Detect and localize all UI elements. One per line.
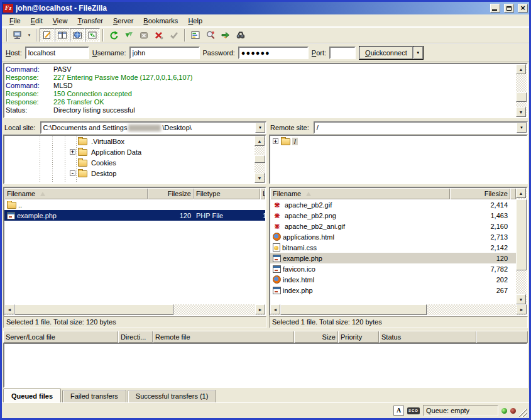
local-tree-scrollbar[interactable]: ▲ ▼ (255, 136, 265, 183)
synchronized-browsing-button[interactable] (218, 28, 233, 42)
toggle-remote-tree-button[interactable] (70, 28, 85, 42)
filezilla-window: Fz john@localhost - FileZilla × File Edi… (0, 0, 531, 420)
abort-button[interactable] (167, 28, 182, 42)
menu-file[interactable]: File (4, 15, 26, 26)
tab-queued-files[interactable]: Queued files (3, 389, 61, 402)
file-row[interactable]: bitnami.css2,142 (270, 242, 516, 253)
queue-column-size[interactable]: Size (294, 331, 338, 343)
close-button[interactable]: × (518, 4, 528, 13)
local-column-filename[interactable]: Filename (4, 188, 148, 199)
host-label: Host: (6, 49, 22, 57)
scroll-left-icon[interactable]: ◄ (4, 304, 14, 314)
tab-successful-transfers[interactable]: Successful transfers (1) (128, 390, 217, 402)
file-row[interactable]: apache_pb2_ani.gif2,160 (270, 221, 516, 231)
tab-failed-transfers[interactable]: Failed transfers (62, 390, 126, 402)
scroll-down-icon[interactable]: ▼ (516, 107, 526, 117)
quickconnect-button[interactable]: Quickconnect (359, 47, 413, 59)
remote-site-dropdown-icon[interactable]: ▼ (517, 123, 527, 133)
toggle-transfer-queue-button[interactable] (85, 28, 100, 42)
file-row-example-php[interactable]: example.php120 (270, 253, 516, 263)
local-list-hscrollbar[interactable]: ◄ ► (4, 304, 265, 315)
queue-list[interactable] (3, 343, 528, 388)
site-manager-button[interactable] (10, 28, 25, 42)
queue-column-priority[interactable]: Priority (338, 331, 379, 343)
file-row[interactable]: apache_pb2.gif2,414 (270, 199, 516, 210)
tree-item-virtualbox[interactable]: .VirtualBox (4, 136, 255, 146)
refresh-button[interactable] (106, 28, 121, 42)
minimize-icon (492, 9, 497, 11)
local-site-combo[interactable]: C:\Documents and Settings\Desktop\ ▼ (40, 121, 266, 134)
menu-help[interactable]: Help (183, 15, 207, 26)
tree-item-root[interactable]: + / (270, 136, 527, 146)
local-column-filetype[interactable]: Filetype (194, 188, 260, 199)
scroll-up-icon[interactable]: ▲ (255, 136, 265, 146)
local-column-lastmodified[interactable]: L (260, 188, 265, 199)
disconnect-button[interactable] (151, 28, 167, 42)
local-column-filesize[interactable]: Filesize (148, 188, 194, 199)
file-row[interactable]: apache_pb2.png1,463 (270, 210, 516, 221)
tree-item-cookies[interactable]: Cookies (4, 157, 255, 168)
toolbar: ▼ (2, 27, 529, 43)
minimize-button[interactable] (490, 4, 500, 13)
html-file-icon (273, 275, 281, 284)
data-type-indicator-icon[interactable]: A (393, 406, 404, 416)
scroll-down-icon[interactable]: ▼ (516, 294, 526, 304)
local-site-dropdown-icon[interactable]: ▼ (255, 123, 265, 133)
scroll-right-icon[interactable]: ► (517, 304, 527, 314)
tree-item-application-data[interactable]: +Application Data (4, 146, 255, 157)
queue-header: Server/Local file Directi... Remote file… (3, 331, 528, 343)
queue-status-text: Queue: empty (423, 405, 498, 416)
speed-limit-indicator-icon[interactable]: SCO (407, 407, 420, 414)
find-files-button[interactable] (233, 28, 248, 42)
expand-icon[interactable]: + (70, 149, 75, 155)
tree-item-desktop[interactable]: -Desktop (4, 168, 255, 179)
file-row[interactable]: index.php267 (270, 285, 516, 296)
close-icon: × (520, 5, 525, 11)
file-row[interactable]: applications.html2,713 (270, 231, 516, 242)
maximize-button[interactable] (504, 4, 514, 13)
remote-site-combo[interactable]: / ▼ (314, 121, 528, 134)
queue-column-status[interactable]: Status (379, 331, 476, 343)
scroll-up-icon[interactable]: ▲ (516, 188, 526, 198)
queue-column-server-local[interactable]: Server/Local file (3, 331, 118, 343)
scroll-down-icon[interactable]: ▼ (255, 173, 265, 183)
toggle-message-log-button[interactable] (40, 28, 55, 42)
refresh-icon (109, 30, 119, 40)
menu-edit[interactable]: Edit (26, 15, 48, 26)
scroll-right-icon[interactable]: ► (255, 304, 265, 314)
remote-list-scrollbar[interactable]: ▲ ▼ (516, 188, 527, 304)
remote-column-filename[interactable]: Filename (270, 188, 450, 199)
queue-column-remote-file[interactable]: Remote file (153, 331, 294, 343)
resize-grip[interactable] (519, 409, 527, 417)
menu-bookmarks[interactable]: Bookmarks (138, 15, 183, 26)
cancel-operation-button[interactable] (136, 28, 151, 42)
host-input[interactable] (25, 47, 89, 59)
queue-column-direction[interactable]: Directi... (118, 331, 153, 343)
expand-icon[interactable]: + (273, 138, 278, 144)
log-line: Response:150 Connection accepted (6, 90, 515, 98)
collapse-icon[interactable]: - (70, 170, 75, 176)
quickconnect-dropdown[interactable]: ▼ (413, 47, 423, 59)
log-scrollbar[interactable]: ▲ ▼ (516, 64, 527, 117)
toggle-local-tree-button[interactable] (55, 28, 70, 42)
file-row[interactable]: favicon.ico7,782 (270, 263, 516, 274)
port-input[interactable] (329, 47, 356, 59)
file-row-parent-dir[interactable]: .. (4, 199, 265, 210)
quickconnect-bar: Host: Username: Password: Port: Quickcon… (2, 43, 529, 62)
scroll-left-icon[interactable]: ◄ (270, 304, 280, 314)
directory-comparison-button[interactable] (188, 28, 203, 42)
menu-view[interactable]: View (48, 15, 73, 26)
file-row-example-php[interactable]: example.php 120 PHP File 1 (4, 210, 265, 221)
remote-column-filesize[interactable]: Filesize (450, 188, 510, 199)
username-input[interactable] (129, 47, 200, 59)
file-row[interactable]: index.html202 (270, 274, 516, 285)
scroll-up-icon[interactable]: ▲ (516, 64, 526, 74)
php-file-icon (273, 287, 281, 294)
password-input[interactable] (238, 47, 309, 59)
menu-server[interactable]: Server (108, 15, 138, 26)
menu-transfer[interactable]: Transfer (72, 15, 108, 26)
filter-button[interactable] (203, 28, 218, 42)
remote-list-hscrollbar[interactable]: ◄ ► (270, 304, 527, 315)
process-queue-button[interactable] (121, 28, 136, 42)
site-manager-dropdown[interactable]: ▼ (25, 28, 33, 42)
